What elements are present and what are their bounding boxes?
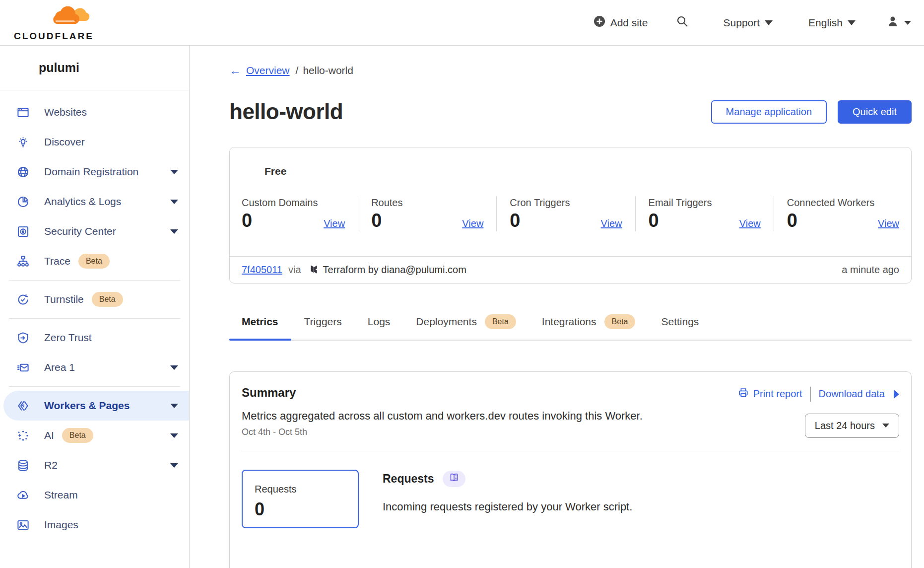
stat-value: 0 <box>242 211 252 231</box>
tab-integrations[interactable]: Integrations Beta <box>529 314 649 340</box>
tab-label: Integrations <box>542 316 596 328</box>
stat-value: 0 <box>371 211 382 231</box>
chevron-down-icon <box>170 433 178 438</box>
breadcrumb: ← Overview / hello-world <box>229 64 912 77</box>
sidebar-item-label: R2 <box>44 459 58 471</box>
globe-icon <box>16 165 30 179</box>
deployment-version-link[interactable]: 7f405011 <box>242 264 282 276</box>
stat-label: Connected Workers <box>787 197 899 209</box>
time-range-value: Last 24 hours <box>815 420 875 431</box>
sidebar-item-label: Images <box>44 519 78 531</box>
requests-metric-card[interactable]: Requests 0 <box>242 470 359 528</box>
tab-label: Triggers <box>304 316 342 328</box>
top-header: CLOUDFLARE Add site Support <box>0 0 924 46</box>
breadcrumb-overview-link[interactable]: Overview <box>246 65 290 76</box>
view-link[interactable]: View <box>601 218 622 231</box>
manage-application-button[interactable]: Manage application <box>711 100 827 124</box>
view-link[interactable]: View <box>462 218 483 231</box>
lightbulb-icon <box>16 136 30 149</box>
tab-settings[interactable]: Settings <box>648 314 712 340</box>
sidebar-item-label: Area 1 <box>44 361 75 373</box>
sidebar-item-turnstile[interactable]: Turnstile Beta <box>0 284 189 314</box>
print-report-link[interactable]: Print report <box>738 387 802 401</box>
sidebar-item-stream[interactable]: Stream <box>0 480 189 510</box>
support-menu[interactable]: Support <box>724 17 773 29</box>
account-menu[interactable] <box>886 15 911 30</box>
sidebar-item-workers-pages[interactable]: Workers & Pages <box>3 391 189 421</box>
pie-chart-icon <box>16 195 30 209</box>
sidebar-item-label: Discover <box>44 136 85 148</box>
chevron-down-icon <box>170 229 178 234</box>
sidebar-item-analytics-logs[interactable]: Analytics & Logs <box>0 187 189 216</box>
sidebar-item-ai[interactable]: AI Beta <box>0 421 189 450</box>
metric-card-label: Requests <box>255 484 358 495</box>
sidebar-item-trace[interactable]: Trace Beta <box>0 246 189 276</box>
stat-custom-domains: Custom Domains 0 View <box>242 196 358 231</box>
stat-cron-triggers: Cron Triggers 0 View <box>510 196 635 231</box>
user-icon <box>886 15 899 30</box>
shield-arrow-icon <box>16 331 30 345</box>
sitemap-icon <box>16 255 30 268</box>
sidebar-item-images[interactable]: Images <box>0 510 189 540</box>
vertical-divider <box>810 387 811 402</box>
chevron-down-icon <box>170 170 178 174</box>
deployment-via: via <box>288 264 301 276</box>
terraform-icon <box>307 264 318 276</box>
sidebar-divider <box>9 280 180 281</box>
chevron-down-icon <box>170 200 178 204</box>
quick-edit-button[interactable]: Quick edit <box>838 100 912 124</box>
sidebar-item-discover[interactable]: Discover <box>0 127 189 157</box>
time-range-select[interactable]: Last 24 hours <box>805 414 899 438</box>
language-menu[interactable]: English <box>808 17 856 29</box>
chevron-down-icon <box>882 424 889 427</box>
sidebar-item-zero-trust[interactable]: Zero Trust <box>0 323 189 353</box>
view-link[interactable]: View <box>739 218 761 231</box>
sidebar-item-security-center[interactable]: Security Center <box>0 216 189 246</box>
cloudflare-cloud-icon <box>14 4 93 30</box>
search-button[interactable] <box>676 15 689 30</box>
download-data-label: Download data <box>819 388 885 400</box>
breadcrumb-current: hello-world <box>303 65 353 76</box>
open-book-icon <box>449 473 459 484</box>
sidebar-item-websites[interactable]: Websites <box>0 97 189 127</box>
sidebar-item-label: Domain Registration <box>44 166 138 178</box>
deployment-row: 7f405011 via Terraform by diana@pulumi.c… <box>230 256 911 283</box>
back-arrow-icon: ← <box>229 64 241 77</box>
workers-icon <box>16 399 30 413</box>
sidebar-item-r2[interactable]: R2 <box>0 450 189 480</box>
download-data-link[interactable]: Download data <box>819 388 899 400</box>
beta-badge: Beta <box>62 428 93 443</box>
tab-deployments[interactable]: Deployments Beta <box>403 314 528 340</box>
chevron-down-icon <box>170 365 178 370</box>
tab-metrics[interactable]: Metrics <box>229 314 291 340</box>
chevron-down-icon <box>904 21 911 25</box>
rotate-check-icon <box>16 293 30 306</box>
tab-logs[interactable]: Logs <box>355 314 403 340</box>
add-site-button[interactable]: Add site <box>594 15 648 30</box>
browser-window-icon <box>16 106 30 119</box>
stat-value: 0 <box>649 211 659 231</box>
chevron-down-icon <box>170 404 178 408</box>
view-link[interactable]: View <box>878 218 899 231</box>
chevron-down-icon <box>765 20 773 25</box>
sidebar: pulumi Websites <box>0 46 190 568</box>
sidebar-item-area-1[interactable]: Area 1 <box>0 353 189 382</box>
support-label: Support <box>724 17 760 29</box>
tab-triggers[interactable]: Triggers <box>291 314 355 340</box>
beta-badge: Beta <box>92 292 123 307</box>
sidebar-item-domain-registration[interactable]: Domain Registration <box>0 157 189 187</box>
summary-card: Summary Metrics aggregated across all cu… <box>229 371 912 568</box>
sidebar-item-label: AI <box>44 429 54 441</box>
stream-play-icon <box>16 489 30 502</box>
email-fast-icon <box>16 361 30 374</box>
print-report-label: Print report <box>753 388 802 400</box>
beta-badge: Beta <box>604 314 636 329</box>
sidebar-item-label: Turnstile <box>44 293 84 305</box>
deployment-source: Terraform by diana@pulumi.com <box>323 264 466 276</box>
sidebar-divider <box>9 386 180 387</box>
cloudflare-logo[interactable]: CLOUDFLARE <box>14 4 93 42</box>
docs-chip[interactable] <box>443 471 465 487</box>
view-link[interactable]: View <box>324 218 345 231</box>
stat-label: Cron Triggers <box>510 197 622 209</box>
summary-date-range: Oct 4th - Oct 5th <box>242 427 643 437</box>
